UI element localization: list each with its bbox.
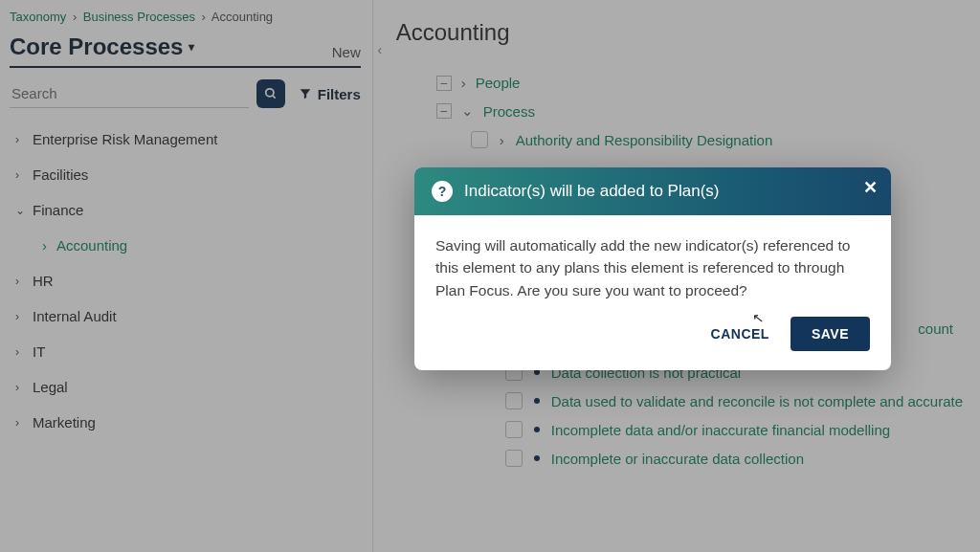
cursor-icon: ↖ [751,309,765,326]
modal-body: Saving will automatically add the new in… [414,215,891,309]
close-icon[interactable]: ✕ [863,177,878,198]
confirm-modal: ? Indicator(s) will be added to Plan(s) … [414,167,891,370]
question-icon: ? [432,181,453,202]
modal-overlay: ? Indicator(s) will be added to Plan(s) … [0,0,980,552]
cancel-button[interactable]: CANCEL [711,326,769,342]
modal-header: ? Indicator(s) will be added to Plan(s) … [414,167,891,215]
modal-title: Indicator(s) will be added to Plan(s) [464,182,719,201]
save-button[interactable]: SAVE [791,317,870,351]
